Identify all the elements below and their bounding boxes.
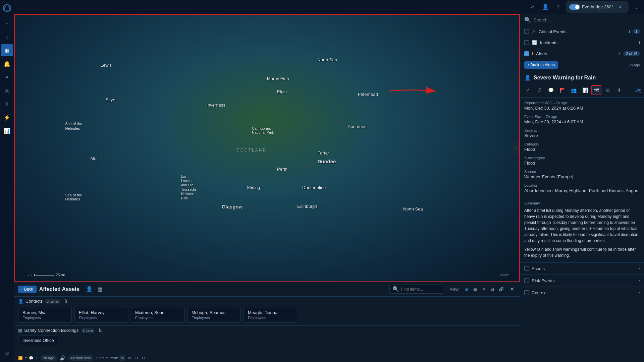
expand-assets[interactable]: Assets › [520,262,644,275]
view-btn-link[interactable]: 🔗 [497,285,505,293]
contacts-section: 👤 Contacts 5 items ⇅ [14,297,520,307]
filter-incidents: 🔄 Incidents ℹ [520,37,644,48]
action-chart-icon[interactable]: 📊 [580,85,590,95]
context-checkbox[interactable] [524,290,529,295]
sidebar-item-analytics[interactable]: ✦ [1,71,13,83]
everbridge-badge[interactable]: Everbridge 360° ● [566,1,629,13]
expand-risk-events[interactable]: Risk Events › [520,275,644,287]
buildings-title: Safety Connection Buildings [24,328,79,333]
user-icon[interactable]: 👤 [540,2,550,12]
critical-events-label: Critical Events [539,29,626,34]
everbridge-toggle[interactable] [569,4,580,10]
search-bar[interactable]: 🔍 [389,285,444,294]
contact-card-3: Mchugh, Seamus Employees [187,307,241,323]
map-background [15,15,519,281]
action-settings-icon[interactable]: ⚙ [603,85,613,95]
everbridge-status-icon[interactable]: ● [615,2,625,12]
view-btn-grid1[interactable]: ⊞ [462,285,470,293]
action-clock-icon[interactable]: ⏱ [534,85,544,95]
back-button[interactable]: ‹ Back [18,286,37,293]
incidents-checkbox[interactable] [524,40,529,45]
contact-role-2: Employees [135,316,180,320]
help-icon[interactable]: ? [553,2,563,12]
sidebar-item-location[interactable]: ◎ [1,84,13,97]
critical-events-info[interactable]: ℹ [629,29,630,34]
alerts-checkbox[interactable] [524,51,529,56]
status-list-icon[interactable]: ≡ [25,356,27,360]
fit-d[interactable]: D [134,355,139,361]
fit-current: Fit to current: M W D H [96,355,146,361]
right-search-icon: 🔍 [524,17,531,23]
sidebar-item-alerts[interactable]: 🔔 [1,58,13,70]
fit-m[interactable]: M [119,355,125,361]
expand-context[interactable]: Context › [520,287,644,299]
status-chat-icon[interactable]: 💬 [29,356,34,360]
map-scale: - + 25 mi [28,273,65,277]
category-value: Flood [524,147,640,152]
sidebar-item-expand[interactable]: ›› [1,17,13,29]
status-wifi-icon[interactable]: 📶 [18,356,23,360]
panel-person-icon[interactable]: 👤 [85,285,94,294]
status-bar: 📶 ≡ 💬 ↑ 9d ago 🔊 4d from now Fit to curr… [14,354,520,362]
action-flag-icon[interactable]: 🚩 [557,85,567,95]
log-button[interactable]: Log [635,88,641,93]
risk-events-expand-icon: › [639,278,640,283]
source-value: Weather Events (Europe) [524,174,640,179]
contact-role-1: Employees [79,316,124,320]
buildings-sort-button[interactable]: ⇅ [98,328,102,333]
location-label: Location [524,183,640,187]
building-card-0: Inverness Office [18,336,58,345]
assets-label: Assets [532,266,639,271]
alerts-count: 2 of 16 [623,51,640,56]
action-users-icon[interactable]: 👥 [569,85,579,95]
view-btn-grid2[interactable]: ▦ [471,285,479,293]
critical-events-count: 1 [633,29,640,34]
panel-grid-icon[interactable]: ▦ [96,285,104,294]
sidebar-item-risk[interactable]: ⚡ [1,111,13,123]
contact-cards: Barney, Mya Employees Elliot, Harvey Emp… [14,307,520,325]
source-label: Source [524,170,640,174]
panel-icons: 👤 ▦ [85,285,104,294]
action-map-icon[interactable]: 🗺 [591,85,601,95]
close-panel-btn[interactable]: ✕ [508,285,516,293]
sort-button[interactable]: ⇅ [64,299,68,304]
severity-value: Severe [524,133,640,138]
collapse-icon[interactable]: « [528,2,538,12]
alerts-info[interactable]: ℹ [619,52,621,56]
summary-text: Summary After a brief lull during Monday… [520,200,644,262]
fit-w[interactable]: W [126,355,132,361]
summary-label: Summary [524,200,640,206]
status-signal-icon[interactable]: ↑ [36,356,38,360]
scale-label: 25 mi [56,273,65,277]
map-collapse-btn[interactable]: › [513,141,519,155]
view-btn-list[interactable]: ≡ [480,285,488,293]
incidents-info[interactable]: ℹ [639,41,640,45]
sidebar-item-settings[interactable]: ⚙ [1,347,13,359]
more-options-icon[interactable]: ⋮ [631,2,641,12]
right-search-input[interactable] [534,17,640,22]
fit-h[interactable]: H [141,355,146,361]
contact-role-4: Employees [248,316,293,320]
app-logo[interactable] [2,3,12,13]
assets-checkbox[interactable] [524,266,529,271]
action-check-icon[interactable]: ✓ [523,85,533,95]
sidebar-item-flights[interactable]: ✈ [1,98,13,110]
map-area[interactable]: Lewis North Sea Moray Firth Skye Elgin I… [14,14,520,282]
sidebar-item-reports[interactable]: 📊 [1,125,13,137]
event-start-value: Mon, Dec 30, 2024 at 6:07 AM [524,119,640,124]
sidebar-item-home[interactable]: ⌂ [1,31,13,43]
sidebar-item-dashboard[interactable]: ▦ [1,44,13,56]
time-future: 4d from now [68,355,94,361]
reported-to-vcc-label: Reported to VCC - 7h ago [524,101,640,105]
risk-events-checkbox[interactable] [524,278,529,283]
assets-expand-icon: › [639,266,640,271]
action-download-icon[interactable]: ⬇ [614,85,624,95]
search-input[interactable] [401,287,441,292]
action-chat-icon[interactable]: 💬 [546,85,556,95]
critical-events-checkbox[interactable] [524,29,529,34]
back-to-alerts-button[interactable]: ‹ Back to Alerts [524,61,558,69]
reported-to-vcc-value: Mon, Dec 30, 2024 at 6:26 AM [524,106,640,111]
location-value: Aberdeenshire, Moray, Highland, Perth an… [524,188,640,193]
summary-paragraph-1: After a brief lull during Monday afterno… [524,207,640,244]
view-btn-map[interactable]: ⊟ [488,285,496,293]
